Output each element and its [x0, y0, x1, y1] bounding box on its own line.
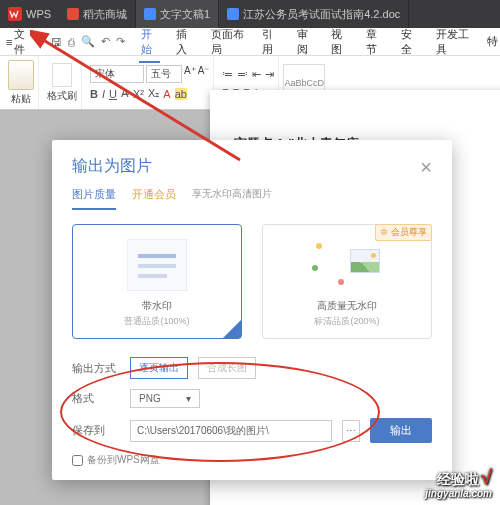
backup-label: 备份到WPS网盘: [87, 453, 160, 467]
dialog-title: 输出为图片: [72, 156, 152, 177]
export-button[interactable]: 输出: [370, 418, 432, 443]
tab-insert[interactable]: 插入: [174, 27, 195, 57]
tab-view[interactable]: 视图: [329, 27, 350, 57]
save-icon[interactable]: 🖫: [51, 36, 62, 48]
mode-per-page[interactable]: 逐页输出: [130, 357, 188, 379]
paste-icon[interactable]: [8, 60, 34, 90]
tab-section[interactable]: 章节: [364, 27, 385, 57]
selected-check-icon: [223, 320, 241, 338]
indent-left-icon[interactable]: ⇤: [252, 68, 261, 81]
app-name: WPS: [26, 8, 51, 20]
export-form: 输出方式 逐页输出 合成长图 格式 PNG▾ 保存到 C:\Users\2017…: [52, 353, 452, 479]
preview-icon[interactable]: 🔍: [81, 35, 95, 48]
super-icon[interactable]: X²: [133, 88, 144, 100]
chevron-down-icon: ▾: [186, 393, 191, 404]
ribbon-tabs: 开始 插入 页面布局 引用 审阅 视图 章节 安全 开发工具 特: [139, 27, 500, 57]
bullet-icon[interactable]: ≔: [222, 68, 233, 81]
title-bar: WPS 稻壳商城 文字文稿1 江苏公务员考试面试指南4.2.doc: [0, 0, 500, 28]
sub-icon[interactable]: X₂: [148, 87, 159, 100]
grow-font-icon[interactable]: A⁺: [184, 65, 196, 83]
export-image-dialog: 输出为图片 × 图片质量 开通会员 享无水印高清图片 带水印 普通品质(100%…: [52, 140, 452, 480]
font-family-select[interactable]: 宋体: [90, 65, 144, 83]
format-painter-group: 格式刷: [43, 56, 82, 109]
close-icon[interactable]: ×: [420, 156, 432, 179]
format-select[interactable]: PNG▾: [130, 389, 200, 408]
undo-icon[interactable]: ↶: [101, 35, 110, 48]
label-format: 格式: [72, 391, 120, 406]
card-no-watermark[interactable]: ♔ 会员尊享 高质量无水印 标清品质(200%): [262, 224, 432, 339]
tab-extra[interactable]: 特: [485, 34, 500, 49]
tab-store[interactable]: 稻壳商城: [59, 0, 136, 28]
dialog-tabs: 图片质量 开通会员 享无水印高清图片: [52, 187, 452, 210]
label-mode: 输出方式: [72, 361, 120, 376]
app-logo: WPS: [0, 7, 59, 21]
font-size-select[interactable]: 五号: [146, 65, 182, 83]
watermark: 经验啦√ jingyanla.com: [425, 466, 492, 499]
tab-review[interactable]: 审阅: [295, 27, 316, 57]
shrink-font-icon[interactable]: A⁻: [198, 65, 210, 83]
tab-layout[interactable]: 页面布局: [209, 27, 246, 57]
mode-long-image[interactable]: 合成长图: [198, 357, 256, 379]
format-painter-icon[interactable]: [52, 63, 72, 87]
bold-icon[interactable]: B: [90, 88, 98, 100]
menu-bar: ≡ 文件 ˅ 🖫 ⎙ 🔍 ↶ ↷ 开始 插入 页面布局 引用 审阅 视图 章节 …: [0, 28, 500, 56]
vip-desc: 享无水印高清图片: [192, 187, 272, 210]
label-saveto: 保存到: [72, 423, 120, 438]
quick-access-toolbar: 🖫 ⎙ 🔍 ↶ ↷: [45, 35, 131, 48]
check-icon: √: [481, 466, 492, 488]
font-color-icon[interactable]: A: [163, 88, 170, 100]
print-icon[interactable]: ⎙: [68, 36, 75, 48]
underline-icon[interactable]: U: [109, 88, 117, 100]
italic-icon[interactable]: I: [102, 88, 105, 100]
tab-dev[interactable]: 开发工具: [434, 27, 471, 57]
strike-icon[interactable]: A̶: [121, 87, 129, 100]
redo-icon[interactable]: ↷: [116, 35, 125, 48]
tab-vip[interactable]: 开通会员: [132, 187, 176, 210]
browse-button[interactable]: ⋯: [342, 420, 360, 442]
card-watermark[interactable]: 带水印 普通品质(100%): [72, 224, 242, 339]
tab-doc2[interactable]: 江苏公务员考试面试指南4.2.doc: [219, 0, 409, 28]
tab-security[interactable]: 安全: [399, 27, 420, 57]
tab-quality[interactable]: 图片质量: [72, 187, 116, 210]
backup-checkbox[interactable]: [72, 455, 83, 466]
tab-ref[interactable]: 引用: [260, 27, 281, 57]
highlight-icon[interactable]: ab: [175, 88, 187, 100]
font-group: 宋体 五号 A⁺ A⁻ B I U A̶ X² X₂ A ab: [86, 56, 214, 109]
tab-doc1[interactable]: 文字文稿1: [136, 0, 219, 28]
number-icon[interactable]: ≕: [237, 68, 248, 81]
file-menu[interactable]: ≡ 文件 ˅: [0, 27, 45, 57]
indent-right-icon[interactable]: ⇥: [265, 68, 274, 81]
save-path-input[interactable]: C:\Users\20170606\我的图片\: [130, 420, 332, 442]
clipboard-group: 粘贴: [4, 56, 39, 109]
